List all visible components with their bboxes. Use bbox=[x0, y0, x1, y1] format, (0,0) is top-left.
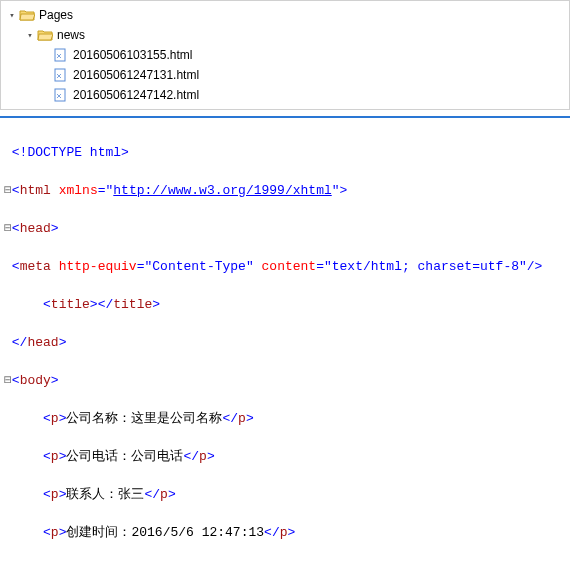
separator bbox=[0, 116, 570, 118]
tree-file-label: 20160506103155.html bbox=[73, 45, 192, 65]
code-line: <p>公司电话：公司电话</p> bbox=[4, 447, 570, 466]
code-block-1: <!DOCTYPE html> ⊟<html xmlns="http://www… bbox=[0, 124, 570, 561]
code-line: <p>联系人：张三</p> bbox=[4, 485, 570, 504]
tree-file-label: 201605061247131.html bbox=[73, 65, 199, 85]
code-line: </head> bbox=[4, 333, 570, 352]
folder-open-icon bbox=[19, 8, 35, 22]
tree-file-label: 201605061247142.html bbox=[73, 85, 199, 105]
tree-file[interactable]: 201605061247142.html bbox=[7, 85, 563, 105]
collapse-arrow-icon[interactable]: ▾ bbox=[7, 10, 17, 20]
code-line: <p>创建时间：2016/5/6 12:47:13</p> bbox=[4, 523, 570, 542]
code-line: <p>公司名称：这里是公司名称</p> bbox=[4, 409, 570, 428]
html-file-icon bbox=[53, 48, 69, 62]
tree-label: Pages bbox=[39, 5, 73, 25]
tree-folder-pages[interactable]: ▾ Pages bbox=[7, 5, 563, 25]
code-line: ⊟<head> bbox=[4, 219, 570, 238]
tree-file[interactable]: 201605061247131.html bbox=[7, 65, 563, 85]
html-file-icon bbox=[53, 68, 69, 82]
file-tree: ▾ Pages ▾ news 20160506103155.html 20160… bbox=[0, 0, 570, 110]
tree-file[interactable]: 20160506103155.html bbox=[7, 45, 563, 65]
code-line: ⊟<html xmlns="http://www.w3.org/1999/xht… bbox=[4, 181, 570, 200]
tag-doctype: <!DOCTYPE html bbox=[12, 145, 121, 160]
tree-folder-news[interactable]: ▾ news bbox=[7, 25, 563, 45]
tree-label: news bbox=[57, 25, 85, 45]
code-line: ⊟<body> bbox=[4, 371, 570, 390]
html-file-icon bbox=[53, 88, 69, 102]
code-line: <!DOCTYPE html> bbox=[4, 143, 570, 162]
code-line: <meta http-equiv="Content-Type" content=… bbox=[4, 257, 570, 276]
code-line: <title></title> bbox=[4, 295, 570, 314]
collapse-arrow-icon[interactable]: ▾ bbox=[25, 30, 35, 40]
folder-open-icon bbox=[37, 28, 53, 42]
